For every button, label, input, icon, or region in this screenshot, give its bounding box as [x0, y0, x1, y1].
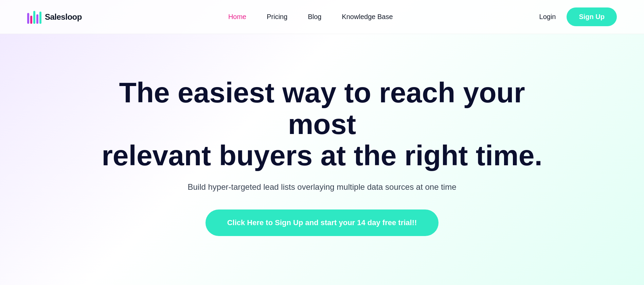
logo[interactable]: Salesloop	[27, 10, 82, 24]
hero-title-line1: The easiest way to reach your most	[119, 77, 525, 140]
signup-button[interactable]: Sign Up	[567, 7, 617, 26]
hero-subtitle: Build hyper-targeted lead lists overlayi…	[187, 182, 456, 192]
hero-cta-button[interactable]: Click Here to Sign Up and start your 14 …	[205, 209, 439, 236]
navbar: Salesloop Home Pricing Blog Knowledge Ba…	[0, 0, 644, 34]
logo-bar-3	[33, 11, 35, 24]
login-link[interactable]: Login	[539, 13, 556, 21]
nav-right: Login Sign Up	[539, 7, 617, 26]
nav-pricing[interactable]: Pricing	[267, 13, 287, 21]
nav-home[interactable]: Home	[228, 13, 246, 21]
hero-section: The easiest way to reach your most relev…	[0, 34, 644, 272]
nav-knowledge-base[interactable]: Knowledge Base	[342, 13, 393, 21]
logo-bar-5	[39, 12, 41, 24]
logo-bar-1	[27, 13, 29, 24]
hero-title-line2: relevant buyers at the right time.	[102, 139, 542, 171]
logo-icon	[27, 10, 41, 24]
logo-bar-4	[36, 14, 38, 24]
hero-title-highlight: at the right time.	[320, 139, 542, 171]
logo-bar-2	[30, 16, 32, 24]
hero-title: The easiest way to reach your most relev…	[84, 77, 560, 171]
nav-blog[interactable]: Blog	[308, 13, 321, 21]
logo-text: Salesloop	[45, 12, 82, 22]
hero-title-part2: relevant buyers	[102, 139, 320, 171]
nav-links: Home Pricing Blog Knowledge Base	[228, 13, 393, 21]
